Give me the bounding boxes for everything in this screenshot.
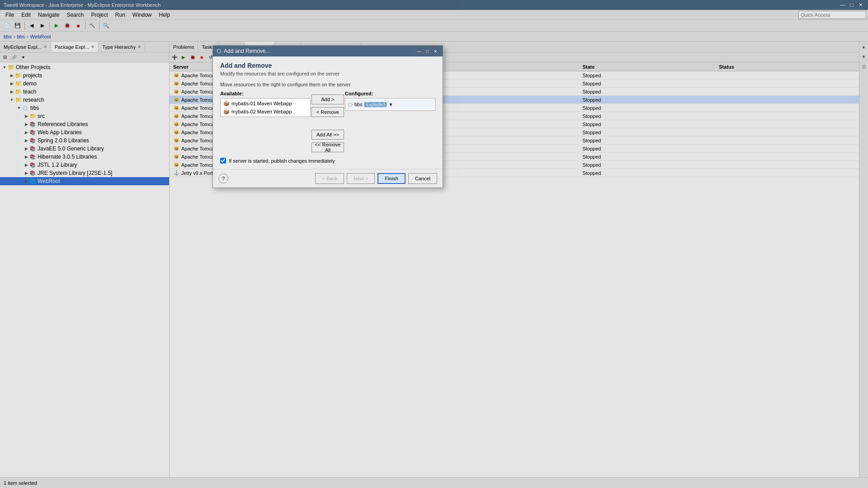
add-all-button[interactable]: Add All >> [311,130,344,140]
available-item-mybatis01-label: mybatis-01 Maven Webapp [231,101,292,106]
dialog-heading: Add and Remove [220,62,435,69]
center-buttons: Add > < Remove Add All >> << Remove All [311,91,345,152]
dialog-title-label: Add and Remove... [224,48,270,54]
configured-list: ⬡ bbs Exploded ▼ [345,98,435,111]
webapp-icon-mybatis01: 📦 [223,101,230,107]
back-button[interactable]: < Back [315,173,344,184]
dialog-content: Add and Remove Modify the resources that… [213,56,443,169]
publish-checkbox-label: If server is started, publish changes im… [229,158,335,164]
dialog-panels-container: Available: 📦 mybatis-01 Maven Webapp 📦 m… [220,91,435,152]
available-item-mybatis01[interactable]: 📦 mybatis-01 Maven Webapp [222,99,309,108]
project-icon-configured-bbs: ⬡ [348,102,353,108]
available-label: Available: [220,91,311,96]
cancel-button[interactable]: Cancel [408,173,437,184]
dialog-footer-buttons: < Back Next > Finish Cancel [315,173,437,184]
dialog-overlay: ⬡ Add and Remove... — □ ✕ Add and Remove… [0,0,868,488]
exploded-tag: Exploded [364,102,387,107]
help-button[interactable]: ? [218,174,228,183]
available-panel: Available: 📦 mybatis-01 Maven Webapp 📦 m… [220,91,311,117]
configured-label: Configured: [345,91,435,96]
dialog-title-text: ⬡ Add and Remove... [217,48,270,54]
dialog-maximize-btn[interactable]: □ [424,47,431,55]
add-button[interactable]: Add > [311,94,344,104]
publish-checkbox[interactable] [220,158,226,164]
dialog-minimize-btn[interactable]: — [415,47,423,55]
publish-checkbox-row: If server is started, publish changes im… [220,158,435,164]
add-remove-dialog: ⬡ Add and Remove... — □ ✕ Add and Remove… [212,45,443,188]
dialog-titlebar: ⬡ Add and Remove... — □ ✕ [213,46,443,56]
dialog-footer: ? < Back Next > Finish Cancel [213,169,443,188]
dialog-close-btn[interactable]: ✕ [432,47,439,55]
exploded-dropdown-icon[interactable]: ▼ [388,102,393,107]
webapp-icon-mybatis02: 📦 [223,109,230,115]
next-button[interactable]: Next > [347,173,375,184]
remove-button[interactable]: < Remove [311,107,344,117]
configured-item-bbs[interactable]: ⬡ bbs Exploded ▼ [346,99,434,109]
remove-all-button[interactable]: << Remove All [311,142,344,152]
configured-item-bbs-label: bbs [354,102,363,107]
available-item-mybatis02-label: mybatis-02 Maven Webapp [231,109,292,114]
configured-panel: Configured: ⬡ bbs Exploded ▼ [345,91,435,111]
dialog-controls: — □ ✕ [415,47,439,55]
dialog-icon: ⬡ [217,48,221,54]
dialog-subtext: Modify the resources that are configured… [220,71,435,76]
dialog-instruction: Move resources to the right to configure… [220,82,435,87]
available-list: 📦 mybatis-01 Maven Webapp 📦 mybatis-02 M… [220,98,311,117]
finish-button[interactable]: Finish [377,173,405,184]
available-item-mybatis02[interactable]: 📦 mybatis-02 Maven Webapp [222,108,309,116]
